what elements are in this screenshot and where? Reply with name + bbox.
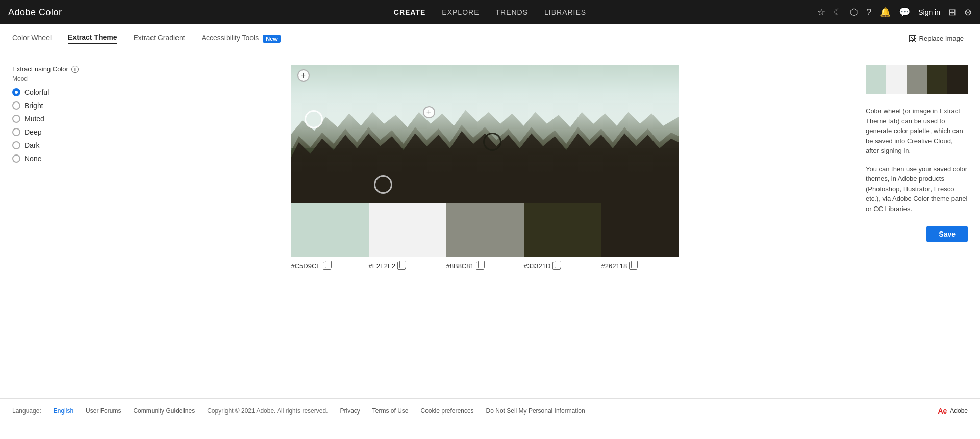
info-text-1: Color wheel (or image in Extract Theme t… [866, 106, 968, 156]
radio-dark[interactable] [12, 141, 20, 149]
color-picker-1[interactable] [305, 110, 323, 128]
right-panel: Color wheel (or image in Extract Theme t… [866, 65, 968, 386]
info-text-2: You can then use your saved color themes… [866, 164, 968, 214]
help-icon[interactable]: ? [866, 7, 871, 18]
mood-colorful-label: Colorful [24, 88, 49, 96]
replace-image-button[interactable]: 🖼 Replace Image [904, 32, 968, 45]
swatch-label-3: #8B8C81 [446, 262, 524, 270]
grid-icon[interactable]: ⊞ [948, 7, 956, 18]
tab-color-wheel[interactable]: Color Wheel [12, 34, 52, 44]
adobe-logo-icon: Ae [938, 407, 947, 415]
preview-swatch-1 [866, 65, 886, 94]
tab-accessibility-tools[interactable]: Accessibility Tools [202, 34, 259, 44]
info-icon[interactable]: i [71, 66, 79, 73]
swatch-2 [369, 203, 446, 257]
replace-image-label: Replace Image [919, 35, 964, 42]
chat-icon[interactable]: 💬 [899, 7, 910, 18]
radio-muted[interactable] [12, 115, 20, 123]
forest-image [291, 65, 679, 203]
mood-options: Colorful Bright Muted Deep Dark None [12, 88, 104, 163]
preview-swatch-4 [927, 65, 947, 94]
color-picker-plus-1[interactable]: + [297, 69, 310, 82]
tab-extract-theme[interactable]: Extract Theme [68, 33, 117, 44]
copy-icon-2[interactable] [397, 262, 406, 270]
hex-label-5: #262118 [601, 262, 627, 270]
palette-icon[interactable]: ⬡ [850, 7, 858, 18]
nav-right: ☆ ☾ ⬡ ? 🔔 💬 Sign in ⊞ ⊛ [817, 7, 972, 18]
secondary-nav: Color Wheel Extract Theme Extract Gradie… [0, 24, 980, 53]
nav-explore[interactable]: EXPLORE [442, 8, 479, 16]
footer-community-guidelines[interactable]: Community Guidelines [133, 407, 195, 415]
star-icon[interactable]: ☆ [817, 7, 825, 18]
footer-right: Ae Adobe [938, 407, 968, 415]
mood-colorful[interactable]: Colorful [12, 88, 104, 96]
footer-privacy[interactable]: Privacy [340, 407, 360, 415]
mood-muted-label: Muted [24, 115, 44, 123]
mood-label: Mood [12, 75, 104, 82]
footer-cookie[interactable]: Cookie preferences [421, 407, 474, 415]
color-picker-plus-2[interactable]: + [423, 106, 435, 118]
language-english[interactable]: English [54, 407, 73, 415]
hex-label-1: #C5D9CE [291, 262, 321, 270]
copy-icon-5[interactable] [629, 262, 637, 270]
mood-bright[interactable]: Bright [12, 101, 104, 110]
language-label: Language: [12, 407, 41, 415]
save-button[interactable]: Save [926, 226, 968, 242]
adobe-logo-text: Adobe [950, 407, 968, 415]
preview-swatch-2 [886, 65, 907, 94]
mood-none[interactable]: None [12, 154, 104, 163]
theme-image[interactable]: + + [291, 65, 679, 203]
hex-label-2: #F2F2F2 [369, 262, 396, 270]
footer: Language: English User Forums Community … [0, 398, 980, 423]
nav-trends[interactable]: TRENDS [495, 8, 528, 16]
mood-dark-label: Dark [24, 141, 40, 149]
color-picker-2[interactable] [483, 133, 501, 151]
left-panel: Extract using Color i Mood Colorful Brig… [12, 65, 104, 386]
mood-dark[interactable]: Dark [12, 141, 104, 149]
nav-links: CREATE EXPLORE TRENDS LIBRARIES [394, 8, 586, 16]
tab-extract-gradient[interactable]: Extract Gradient [134, 34, 185, 44]
swatch-label-4: #33321D [524, 262, 601, 270]
hex-label-3: #8B8C81 [446, 262, 474, 270]
swatch-label-1: #C5D9CE [291, 262, 369, 270]
mood-bright-label: Bright [24, 101, 43, 110]
mood-deep[interactable]: Deep [12, 128, 104, 136]
radio-deep[interactable] [12, 128, 20, 136]
preview-swatch-5 [947, 65, 968, 94]
swatch-labels-row: #C5D9CE #F2F2F2 #8B8C81 #33321D #262118 [291, 262, 679, 270]
nav-create[interactable]: CREATE [394, 8, 426, 16]
swatch-3 [446, 203, 524, 257]
notification-icon[interactable]: 🔔 [880, 7, 891, 18]
footer-copyright: Copyright © 2021 Adobe. All rights reser… [207, 407, 328, 415]
radio-none[interactable] [12, 154, 20, 163]
app-logo: Adobe Color [8, 7, 62, 18]
main-content: Extract using Color i Mood Colorful Brig… [0, 53, 980, 398]
sign-in-button[interactable]: Sign in [918, 8, 940, 16]
apps-icon[interactable]: ⊛ [964, 7, 972, 18]
footer-do-not-sell[interactable]: Do Not Sell My Personal Information [486, 407, 585, 415]
copy-icon-1[interactable] [323, 262, 331, 270]
swatch-1 [291, 203, 369, 257]
tab-accessibility-group: Accessibility Tools New [202, 34, 281, 44]
swatch-label-5: #262118 [601, 262, 679, 270]
hex-label-4: #33321D [524, 262, 551, 270]
mood-deep-label: Deep [24, 128, 41, 136]
mood-muted[interactable]: Muted [12, 115, 104, 123]
mood-none-label: None [24, 154, 41, 163]
footer-terms[interactable]: Terms of Use [372, 407, 409, 415]
nav-libraries[interactable]: LIBRARIES [544, 8, 586, 16]
footer-user-forums[interactable]: User Forums [86, 407, 121, 415]
color-picker-3[interactable] [374, 175, 392, 194]
new-badge: New [263, 35, 281, 43]
copy-icon-3[interactable] [476, 262, 484, 270]
radio-bright[interactable] [12, 101, 20, 110]
swatch-label-2: #F2F2F2 [369, 262, 446, 270]
preview-swatches [866, 65, 968, 94]
center-panel: + + #C5D9CE #F2F2F2 #8B8C81 [116, 65, 853, 386]
radio-colorful[interactable] [12, 88, 20, 96]
moon-icon[interactable]: ☾ [834, 7, 842, 18]
copy-icon-4[interactable] [552, 262, 561, 270]
preview-swatch-3 [907, 65, 927, 94]
swatch-4 [524, 203, 601, 257]
swatch-5 [601, 203, 679, 257]
